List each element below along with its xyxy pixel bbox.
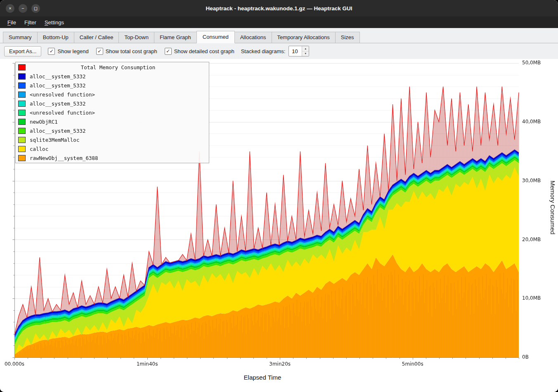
legend-item-label: alloc__system_5332 (30, 73, 85, 80)
checkbox-show-total-cost-graph[interactable]: ✓Show total cost graph (96, 48, 157, 55)
tab-consumed[interactable]: Consumed (196, 31, 235, 43)
tab-bottom-up[interactable]: Bottom-Up (37, 32, 74, 43)
legend-item-label: rawNewObj__system_6388 (30, 155, 98, 161)
legend-item: <unresolved function> (16, 108, 209, 117)
chart-legend: Total Memory Consumption alloc__system_5… (15, 62, 209, 163)
checkbox-label: Show total cost graph (106, 48, 157, 54)
legend-swatch (18, 119, 26, 125)
minimize-button[interactable]: − (19, 4, 27, 13)
window-controls: ×−◻ (6, 0, 40, 16)
legend-item-label: alloc__system_5332 (30, 82, 85, 89)
tab-flame-graph[interactable]: Flame Graph (154, 32, 197, 43)
checkbox-show-detailed-cost-graph[interactable]: ✓Show detailed cost graph (165, 48, 234, 55)
spin-up-icon[interactable]: ▴ (302, 46, 309, 52)
legend-swatch (18, 82, 26, 89)
stacked-diagrams-label: Stacked diagrams: (241, 48, 286, 54)
legend-title-row: Total Memory Consumption (16, 63, 209, 72)
legend-swatch (18, 73, 26, 80)
toolbar-checkboxes: ✓Show legend✓Show total cost graph✓Show … (48, 48, 234, 55)
legend-title-swatch (18, 64, 26, 70)
legend-item: alloc__system_5332 (16, 81, 209, 90)
legend-swatch (18, 110, 26, 116)
legend-item: sqlite3MemMalloc (16, 135, 209, 144)
checkbox-show-legend[interactable]: ✓Show legend (48, 48, 88, 55)
legend-swatch (18, 128, 26, 134)
x-axis-title: Elapsed Time (0, 374, 525, 381)
window-title: Heaptrack - heaptrack.wakunode.1.gz — He… (0, 5, 558, 12)
legend-item-label: <unresolved function> (30, 110, 95, 116)
legend-item-label: sqlite3MemMalloc (30, 137, 79, 143)
checkbox-label: Show legend (57, 48, 88, 54)
legend-swatch (18, 137, 26, 143)
legend-item: alloc__system_5332 (16, 72, 209, 81)
checkbox-label: Show detailed cost graph (174, 48, 234, 54)
legend-item-label: calloc (30, 146, 48, 152)
chart-area: Total Memory Consumption alloc__system_5… (0, 59, 558, 392)
heaptrack-window: ×−◻ Heaptrack - heaptrack.wakunode.1.gz … (0, 0, 558, 392)
tab-caller-callee[interactable]: Caller / Callee (74, 32, 119, 43)
toolbar: Export As... ✓Show legend✓Show total cos… (0, 43, 558, 59)
checkbox-box[interactable]: ✓ (165, 48, 172, 55)
legend-item-label: alloc__system_5332 (30, 128, 85, 134)
legend-item-label: <unresolved function> (30, 92, 95, 98)
menu-file[interactable]: File (3, 16, 20, 28)
export-as-button[interactable]: Export As... (4, 46, 41, 56)
tab-sizes[interactable]: Sizes (335, 32, 360, 43)
legend-item: alloc__system_5332 (16, 126, 209, 135)
tab-summary[interactable]: Summary (3, 32, 38, 43)
tab-temporary-allocations[interactable]: Temporary Allocations (272, 32, 336, 43)
close-button[interactable]: × (6, 4, 14, 13)
menubar: FileFilterSettings (0, 16, 558, 28)
menu-filter[interactable]: Filter (20, 16, 40, 28)
tabbar: SummaryBottom-UpCaller / CalleeTop-DownF… (0, 28, 558, 43)
stacked-diagrams-spinbox[interactable]: 10 ▴ ▾ (288, 46, 309, 56)
spinbox-value[interactable]: 10 (289, 46, 302, 56)
spin-down-icon[interactable]: ▾ (302, 52, 309, 56)
legend-swatch (18, 146, 26, 152)
legend-item: <unresolved function> (16, 90, 209, 99)
tab-top-down[interactable]: Top-Down (118, 32, 154, 43)
tab-allocations[interactable]: Allocations (234, 32, 272, 43)
legend-item: newObjRC1 (16, 117, 209, 126)
legend-swatch (18, 92, 26, 98)
legend-item-label: alloc__system_5332 (30, 101, 85, 107)
legend-item: calloc (16, 144, 209, 153)
legend-item: alloc__system_5332 (16, 99, 209, 108)
maximize-button[interactable]: ◻ (31, 4, 40, 13)
legend-swatch (18, 101, 26, 107)
menu-settings[interactable]: Settings (40, 16, 68, 28)
legend-title: Total Memory Consumption (30, 64, 206, 70)
legend-item: rawNewObj__system_6388 (16, 153, 209, 162)
spinbox-buttons: ▴ ▾ (302, 46, 309, 56)
legend-item-label: newObjRC1 (30, 119, 58, 125)
y-axis-title: Memory Consumed (549, 181, 556, 235)
titlebar: ×−◻ Heaptrack - heaptrack.wakunode.1.gz … (0, 0, 558, 16)
checkbox-box[interactable]: ✓ (48, 48, 55, 55)
checkbox-box[interactable]: ✓ (96, 48, 103, 55)
stacked-diagrams: Stacked diagrams: 10 ▴ ▾ (241, 46, 310, 56)
legend-swatch (18, 155, 26, 161)
